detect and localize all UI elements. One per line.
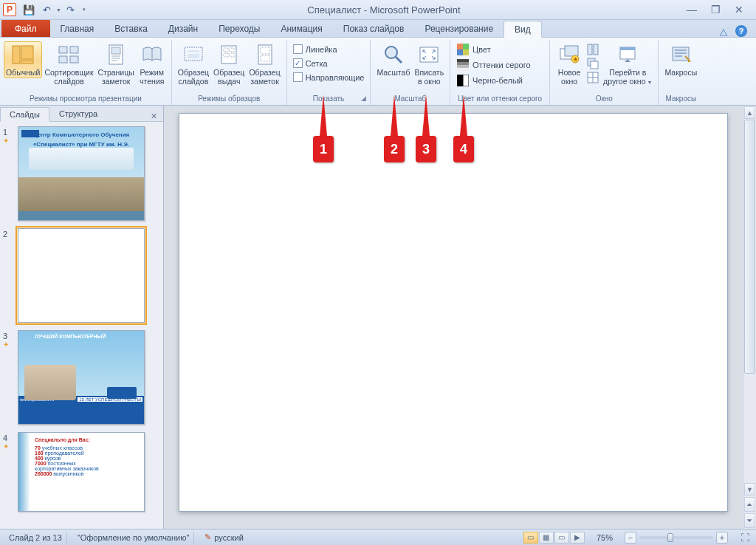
normal-view-icon <box>11 43 35 66</box>
undo-button[interactable]: ↶ <box>38 1 55 18</box>
quick-access-toolbar: 💾 ↶ ▼ ↷ ▾ <box>21 1 86 18</box>
fit-window-icon <box>417 43 441 66</box>
scroll-down-button[interactable]: ▼ <box>744 483 755 496</box>
svg-rect-5 <box>59 56 67 63</box>
fit-to-window-shortcut[interactable]: ⛶ <box>738 532 752 544</box>
sorter-view-shortcut[interactable]: ▦ <box>539 532 554 544</box>
svg-rect-32 <box>457 62 469 65</box>
notes-page-button[interactable]: Страницы заметок <box>95 41 136 87</box>
svg-line-25 <box>396 57 402 63</box>
bw-icon <box>457 75 469 86</box>
zoom-out-button[interactable]: − <box>625 532 636 544</box>
color-button[interactable]: Цвет <box>454 42 494 57</box>
cascade-icon <box>587 58 599 69</box>
ribbon-tab-strip: Файл Главная Вставка Дизайн Переходы Ани… <box>0 20 756 38</box>
tab-transitions[interactable]: Переходы <box>208 20 270 37</box>
new-window-button[interactable]: ★ Новое окно <box>554 41 585 87</box>
ruler-label: Линейка <box>306 45 337 54</box>
tab-review[interactable]: Рецензирование <box>414 20 504 37</box>
slide-master-icon <box>182 43 205 66</box>
scroll-thumb[interactable] <box>744 120 755 374</box>
doc-minimize-button[interactable]: — <box>682 4 701 16</box>
redo-button[interactable]: ↷ <box>63 1 79 18</box>
prev-slide-button[interactable]: ⏶ <box>744 497 755 512</box>
move-split-button[interactable] <box>586 71 599 84</box>
svg-rect-35 <box>457 75 463 86</box>
zoom-track[interactable] <box>639 536 713 539</box>
tab-animation[interactable]: Анимация <box>270 20 332 37</box>
macros-button[interactable]: Макросы <box>662 41 699 78</box>
normal-view-button[interactable]: Обычный <box>4 41 42 78</box>
reading-view-shortcut[interactable]: ▭ <box>554 532 569 544</box>
help-button[interactable]: ? <box>735 25 747 37</box>
slide-sorter-button[interactable]: Сортировщик слайдов <box>42 41 95 87</box>
logo-placeholder <box>21 130 39 137</box>
file-tab[interactable]: Файл <box>1 20 50 37</box>
clouds-placeholder <box>29 148 134 170</box>
slide-stage[interactable] <box>164 106 743 529</box>
normal-view-shortcut[interactable]: ▭ <box>523 532 538 544</box>
app-logo-icon: P <box>3 3 16 16</box>
slides-tab[interactable]: Слайды <box>0 107 49 122</box>
thumbnail-list[interactable]: 1 ✦ Центр Компьютерного Обучения «Специа… <box>0 122 163 529</box>
fit-to-window-button[interactable]: Вписать в окно <box>412 41 446 87</box>
slide-thumbnail-3[interactable]: ЛУЧШИЙ КОМПЬЮТЕРНЫЙ www.specialist.ru 15… <box>18 330 145 425</box>
grid-checkbox[interactable]: ✓ Сетка <box>292 57 329 69</box>
slide-indicator[interactable]: Слайд 2 из 13 <box>4 532 67 544</box>
switch-windows-button[interactable]: Перейти в другое окно▼ <box>601 41 654 89</box>
svg-rect-29 <box>457 49 463 55</box>
black-white-button[interactable]: Черно-белый <box>454 73 526 88</box>
save-button[interactable]: 💾 <box>21 1 37 18</box>
minimize-ribbon-button[interactable]: △ <box>718 25 729 37</box>
slide-sorter-icon <box>57 43 80 66</box>
zoom-in-button[interactable]: + <box>716 532 728 544</box>
bw-label: Черно-белый <box>472 76 523 85</box>
group-master-views-label: Режимы образцов <box>172 94 286 103</box>
doc-close-button[interactable]: ✕ <box>729 4 749 16</box>
zoom-button[interactable]: Масштаб <box>374 41 412 78</box>
zoom-percent[interactable]: 75% <box>597 533 613 542</box>
grayscale-button[interactable]: Оттенки серого <box>454 58 533 72</box>
tab-view[interactable]: Вид <box>504 21 542 38</box>
slides-panel: Слайды Структура ✕ 1 ✦ Центр Компьютерно… <box>0 106 164 529</box>
cascade-button[interactable] <box>586 57 599 70</box>
guides-checkbox[interactable]: Направляющие <box>292 71 366 83</box>
svg-rect-30 <box>463 49 469 55</box>
logo-placeholder <box>107 387 137 399</box>
svg-rect-44 <box>591 61 598 69</box>
doc-restore-button[interactable]: ❐ <box>706 4 725 16</box>
current-slide[interactable] <box>179 113 728 512</box>
slide-thumbnail-4[interactable]: Специально для Вас: 70 учебных классов 1… <box>18 432 145 512</box>
outline-tab[interactable]: Структура <box>49 106 107 121</box>
notes-master-button[interactable]: Образец заметок <box>247 41 282 87</box>
language-indicator[interactable]: ✎ русский <box>200 532 247 544</box>
tab-design[interactable]: Дизайн <box>158 20 208 37</box>
slide-thumbnail-1[interactable]: Центр Компьютерного Обучения «Специалист… <box>18 126 145 221</box>
color-label: Цвет <box>472 45 491 54</box>
tab-home[interactable]: Главная <box>50 20 105 37</box>
scroll-track[interactable] <box>743 120 756 482</box>
undo-dropdown[interactable]: ▼ <box>56 7 61 13</box>
group-master-views: Образец слайдов Образец выдач Образец за… <box>172 40 287 105</box>
checkbox-checked-icon: ✓ <box>293 58 303 68</box>
svg-rect-31 <box>457 59 469 62</box>
show-dialog-launcher[interactable]: ◢ <box>360 95 368 103</box>
slide-master-button[interactable]: Образец слайдов <box>176 41 211 87</box>
group-macros: Макросы Макросы <box>659 40 703 105</box>
work-area: Слайды Структура ✕ 1 ✦ Центр Компьютерно… <box>0 106 756 529</box>
svg-rect-14 <box>188 50 199 52</box>
ruler-checkbox[interactable]: Линейка <box>292 43 339 55</box>
next-slide-button[interactable]: ⏷ <box>744 513 755 528</box>
tab-slideshow[interactable]: Показ слайдов <box>333 20 415 37</box>
slideshow-shortcut[interactable]: ▶ <box>570 532 585 544</box>
slide-number: 3 <box>3 330 13 340</box>
theme-indicator[interactable]: "Оформление по умолчанию" <box>73 532 195 544</box>
handout-master-button[interactable]: Образец выдач <box>211 41 247 87</box>
panel-close-button[interactable]: ✕ <box>145 112 163 121</box>
slide-thumbnail-2[interactable] <box>18 228 145 323</box>
zoom-thumb[interactable] <box>667 533 673 542</box>
arrange-all-button[interactable] <box>586 43 599 56</box>
tab-insert[interactable]: Вставка <box>104 20 158 37</box>
scroll-up-button[interactable]: ▲ <box>744 106 755 119</box>
reading-view-button[interactable]: Режим чтения <box>137 41 168 87</box>
